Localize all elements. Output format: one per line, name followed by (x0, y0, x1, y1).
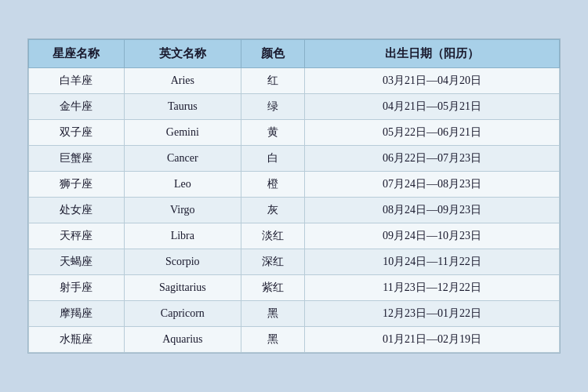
cell-color: 绿 (241, 94, 304, 120)
cell-date: 04月21日—05月21日 (305, 94, 560, 120)
cell-color: 灰 (241, 198, 304, 223)
cell-english: Libra (124, 223, 241, 249)
cell-chinese: 射手座 (29, 275, 125, 301)
cell-chinese: 巨蟹座 (29, 146, 125, 172)
table-row: 狮子座Leo橙07月24日—08月23日 (29, 172, 560, 198)
header-english: 英文名称 (124, 40, 241, 68)
cell-date: 08月24日—09月23日 (305, 198, 560, 223)
cell-date: 03月21日—04月20日 (305, 68, 560, 94)
cell-color: 深红 (241, 249, 304, 275)
table-row: 处女座Virgo灰08月24日—09月23日 (29, 198, 560, 223)
cell-chinese: 双子座 (29, 120, 125, 146)
table-row: 摩羯座Capricorn黑12月23日—01月22日 (29, 301, 560, 327)
cell-english: Virgo (124, 198, 241, 223)
cell-chinese: 处女座 (29, 198, 125, 223)
table-row: 白羊座Aries红03月21日—04月20日 (29, 68, 560, 94)
cell-date: 12月23日—01月22日 (305, 301, 560, 327)
cell-color: 淡红 (241, 223, 304, 249)
cell-date: 05月22日—06月21日 (305, 120, 560, 146)
cell-date: 10月24日—11月22日 (305, 249, 560, 275)
cell-date: 01月21日—02月19日 (305, 327, 560, 353)
cell-english: Sagittarius (124, 275, 241, 301)
header-chinese: 星座名称 (29, 40, 125, 68)
cell-english: Aries (124, 68, 241, 94)
cell-english: Taurus (124, 94, 241, 120)
table-header-row: 星座名称 英文名称 颜色 出生日期（阳历） (29, 40, 560, 68)
cell-english: Scorpio (124, 249, 241, 275)
cell-english: Gemini (124, 120, 241, 146)
cell-date: 09月24日—10月23日 (305, 223, 560, 249)
cell-chinese: 摩羯座 (29, 301, 125, 327)
cell-color: 黑 (241, 301, 304, 327)
table-row: 巨蟹座Cancer白06月22日—07月23日 (29, 146, 560, 172)
cell-chinese: 天秤座 (29, 223, 125, 249)
header-date: 出生日期（阳历） (305, 40, 560, 68)
cell-english: Leo (124, 172, 241, 198)
cell-date: 11月23日—12月22日 (305, 275, 560, 301)
cell-color: 橙 (241, 172, 304, 198)
cell-color: 黑 (241, 327, 304, 353)
cell-chinese: 狮子座 (29, 172, 125, 198)
header-color: 颜色 (241, 40, 304, 68)
cell-color: 白 (241, 146, 304, 172)
cell-english: Capricorn (124, 301, 241, 327)
cell-color: 黄 (241, 120, 304, 146)
table-row: 天蝎座Scorpio深红10月24日—11月22日 (29, 249, 560, 275)
cell-color: 紫红 (241, 275, 304, 301)
cell-chinese: 天蝎座 (29, 249, 125, 275)
cell-chinese: 白羊座 (29, 68, 125, 94)
table-body: 白羊座Aries红03月21日—04月20日金牛座Taurus绿04月21日—0… (29, 68, 560, 353)
table-row: 双子座Gemini黄05月22日—06月21日 (29, 120, 560, 146)
zodiac-table: 星座名称 英文名称 颜色 出生日期（阳历） 白羊座Aries红03月21日—04… (28, 39, 560, 353)
zodiac-table-container: 星座名称 英文名称 颜色 出生日期（阳历） 白羊座Aries红03月21日—04… (27, 38, 561, 354)
table-row: 水瓶座Aquarius黑01月21日—02月19日 (29, 327, 560, 353)
cell-color: 红 (241, 68, 304, 94)
cell-english: Cancer (124, 146, 241, 172)
cell-chinese: 金牛座 (29, 94, 125, 120)
table-row: 射手座Sagittarius紫红11月23日—12月22日 (29, 275, 560, 301)
table-row: 金牛座Taurus绿04月21日—05月21日 (29, 94, 560, 120)
cell-date: 06月22日—07月23日 (305, 146, 560, 172)
cell-english: Aquarius (124, 327, 241, 353)
table-row: 天秤座Libra淡红09月24日—10月23日 (29, 223, 560, 249)
cell-date: 07月24日—08月23日 (305, 172, 560, 198)
cell-chinese: 水瓶座 (29, 327, 125, 353)
